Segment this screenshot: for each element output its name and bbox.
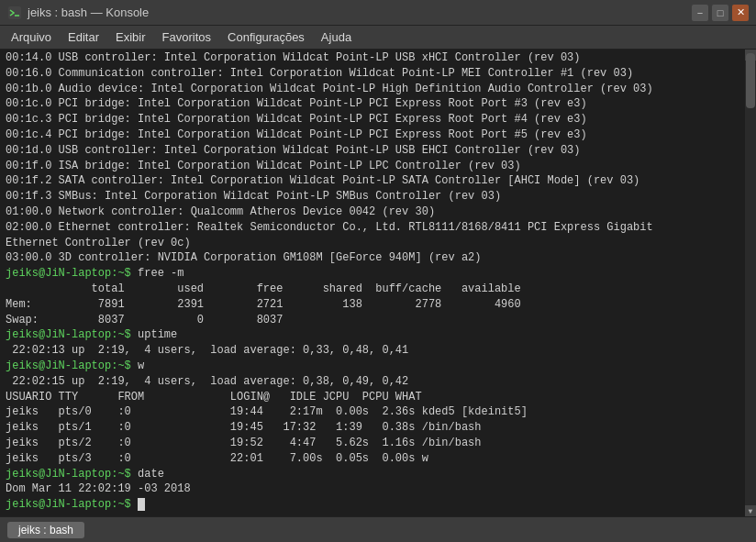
terminal-output[interactable]: 00:00.0 Host bridge: Intel Corporation B…	[0, 50, 745, 516]
menu-configuracoes[interactable]: Configurações	[220, 28, 312, 46]
titlebar-left: jeiks : bash — Konsole	[7, 6, 149, 20]
terminal-icon	[7, 6, 22, 20]
minimize-button[interactable]: −	[692, 5, 708, 21]
menu-arquivo[interactable]: Arquivo	[4, 28, 59, 46]
menu-exibir[interactable]: Exibir	[108, 28, 153, 46]
scrollbar-vertical[interactable]: ▲ ▼	[745, 50, 756, 516]
scroll-down-arrow[interactable]: ▼	[745, 505, 756, 516]
menu-ajuda[interactable]: Ajuda	[314, 28, 359, 46]
titlebar: jeiks : bash — Konsole − □ ✕	[0, 0, 756, 26]
menu-editar[interactable]: Editar	[61, 28, 106, 46]
scrollbar-thumb[interactable]	[746, 53, 755, 108]
tab-bash[interactable]: jeiks : bash	[7, 522, 84, 538]
menubar: Arquivo Editar Exibir Favoritos Configur…	[0, 26, 756, 50]
titlebar-controls: − □ ✕	[692, 5, 749, 21]
titlebar-title: jeiks : bash — Konsole	[28, 6, 149, 19]
maximize-button[interactable]: □	[712, 5, 728, 21]
menu-favoritos[interactable]: Favoritos	[155, 28, 218, 46]
close-button[interactable]: ✕	[732, 5, 749, 21]
tabbar: jeiks : bash	[0, 516, 756, 542]
cursor	[138, 498, 145, 511]
terminal-container: 00:00.0 Host bridge: Intel Corporation B…	[0, 50, 756, 516]
